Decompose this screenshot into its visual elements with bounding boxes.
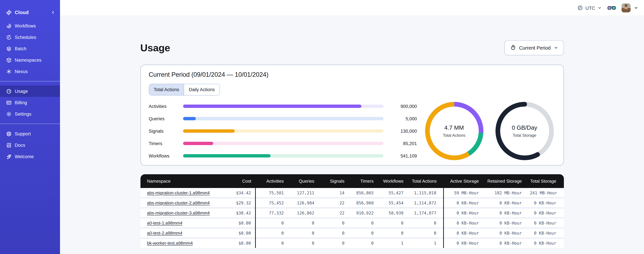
- cell-queries: 0: [288, 218, 318, 228]
- cell-workflows: 1: [378, 238, 408, 248]
- cell-signals: 0: [318, 228, 348, 238]
- bar-value: 5,000: [388, 116, 417, 121]
- period-select-label: Current Period: [519, 45, 551, 50]
- sidebar-item-batch[interactable]: Batch: [0, 43, 60, 54]
- column-header-active-storage: Active Storage: [443, 174, 483, 188]
- cell-cost: $0.00: [221, 238, 255, 248]
- cell-signals: 0: [318, 238, 348, 248]
- billing-icon: [6, 100, 12, 106]
- table-row: abs-migration-cluster-2.a98mm4$29.3275,4…: [140, 198, 564, 208]
- sidebar-item-support[interactable]: Support: [0, 128, 60, 140]
- namespace-link[interactable]: abs-migration-cluster-3.a98mm4: [147, 210, 210, 216]
- table-row: a0-test-2.a98mm4$0.000000000 KB-Hour0 KB…: [140, 228, 564, 238]
- namespace-link[interactable]: a0-test-1.a98mm4: [147, 220, 182, 226]
- sidebar-item-label: Cloud: [15, 10, 29, 15]
- cell-cost: $34.42: [221, 188, 255, 198]
- bar-track: [183, 142, 383, 145]
- sidebar-item-settings[interactable]: Settings: [0, 108, 60, 120]
- sidebar-item-cloud[interactable]: Cloud: [0, 7, 60, 18]
- user-menu[interactable]: [622, 3, 638, 12]
- app-root: Cloud Workflows Schedules Batch Namespac…: [0, 0, 644, 254]
- bar-track: [183, 129, 383, 133]
- namespaces-icon: [6, 57, 12, 63]
- period-select-button[interactable]: Current Period: [504, 40, 564, 55]
- bar-value: 85,201: [388, 141, 417, 146]
- cell-signals: 14: [318, 188, 348, 198]
- sidebar-item-label: Support: [15, 131, 31, 136]
- donut-label: Total Actions: [443, 133, 466, 138]
- sidebar: Cloud Workflows Schedules Batch Namespac…: [0, 0, 60, 254]
- batch-icon: [6, 46, 12, 52]
- bar-label: Activities: [149, 104, 178, 109]
- sidebar-item-welcome[interactable]: Welcome: [0, 151, 60, 162]
- cell-cost: $0.00: [221, 228, 255, 238]
- sidebar-item-label: Schedules: [15, 35, 36, 40]
- cell-cost: $29.32: [221, 198, 255, 208]
- sidebar-item-usage[interactable]: Usage: [0, 86, 60, 97]
- donut-label: Total Storage: [512, 133, 536, 138]
- cell-retained-storage: 0 KB-Hour: [483, 198, 526, 208]
- sidebar-item-namespaces[interactable]: Namespaces: [0, 54, 60, 66]
- bar-fill: [183, 154, 271, 158]
- current-period-card: Current Period (09/01/2024 — 10/01/2024)…: [140, 65, 564, 166]
- cell-queries: 126,862: [288, 208, 318, 218]
- cell-activities: 0: [255, 238, 288, 248]
- namespace-cell: abs-migration-cluster-1.a98mm4: [140, 188, 221, 198]
- bar-value: 541,109: [388, 153, 417, 158]
- bar-fill: [183, 117, 196, 120]
- reading-glasses-icon[interactable]: [608, 5, 616, 10]
- sidebar-item-label: Batch: [15, 46, 26, 51]
- cell-total-actions: 1,114,872: [408, 198, 443, 208]
- docs-icon: [6, 142, 12, 148]
- column-header-retained-storage: Retained Storage: [483, 174, 526, 188]
- sidebar-item-label: Namespaces: [15, 58, 42, 62]
- clock-icon: [577, 5, 583, 11]
- namespace-link[interactable]: bk-worker-test.a98mm4: [147, 240, 193, 246]
- cell-signals: 22: [318, 208, 348, 218]
- stopwatch-icon: [510, 44, 516, 51]
- sidebar-group: Support Docs Welcome: [0, 124, 60, 166]
- timezone-selector[interactable]: UTC: [577, 5, 602, 11]
- namespace-link[interactable]: abs-migration-cluster-2.a98mm4: [147, 200, 210, 206]
- namespace-link[interactable]: abs-migration-cluster-1.a98mm4: [147, 190, 210, 195]
- cell-cost: $38.42: [221, 208, 255, 218]
- tab-daily-actions[interactable]: Daily Actions: [184, 84, 220, 95]
- sidebar-item-schedules[interactable]: Schedules: [0, 32, 60, 43]
- cell-active-storage: 0 KB-Hour: [443, 198, 483, 208]
- cell-timers: 856,865: [348, 188, 378, 198]
- cell-queries: 127,211: [288, 188, 318, 198]
- bar-track: [183, 104, 383, 108]
- bar-label: Signals: [149, 128, 178, 134]
- cell-total-actions: 0: [408, 228, 443, 238]
- sidebar-collapse-icon[interactable]: [50, 10, 55, 15]
- actions-tab-group: Total Actions Daily Actions: [149, 84, 220, 96]
- sidebar-item-docs[interactable]: Docs: [0, 140, 60, 151]
- sidebar-item-nexus[interactable]: Nexus: [0, 66, 60, 77]
- column-header-total-actions: Total Actions: [408, 174, 443, 188]
- sidebar-item-label: Welcome: [15, 154, 34, 159]
- cell-active-storage: 0 KB-Hour: [443, 238, 483, 248]
- cell-activities: 77,332: [255, 208, 288, 218]
- cell-workflows: 58,939: [378, 208, 408, 218]
- page-title: Usage: [140, 42, 170, 54]
- sidebar-item-workflows[interactable]: Workflows: [0, 20, 60, 32]
- page-head: Usage Current Period: [140, 40, 564, 55]
- namespace-cell: bk-worker-test.a98mm4: [140, 238, 221, 248]
- usage-bar-activities: Activities 900,000: [149, 104, 417, 109]
- usage-icon: [6, 88, 12, 94]
- main-area: UTC Usage Current Period: [60, 0, 644, 254]
- column-header-namespace: Namespace: [140, 174, 221, 188]
- topbar: UTC: [60, 0, 644, 16]
- sidebar-item-label: Billing: [15, 100, 27, 105]
- tab-total-actions[interactable]: Total Actions: [149, 84, 184, 95]
- sidebar-item-billing[interactable]: Billing: [0, 97, 60, 108]
- cell-workflows: 55,454: [378, 198, 408, 208]
- cell-queries: 0: [288, 228, 318, 238]
- cell-total-actions: 1,115,018: [408, 188, 443, 198]
- namespace-link[interactable]: a0-test-2.a98mm4: [147, 230, 182, 236]
- nexus-icon: [6, 68, 12, 74]
- cell-retained-storage: 0 KB-Hour: [483, 228, 526, 238]
- cell-timers: 856,960: [348, 198, 378, 208]
- cell-timers: 910,922: [348, 208, 378, 218]
- cell-activities: 0: [255, 218, 288, 228]
